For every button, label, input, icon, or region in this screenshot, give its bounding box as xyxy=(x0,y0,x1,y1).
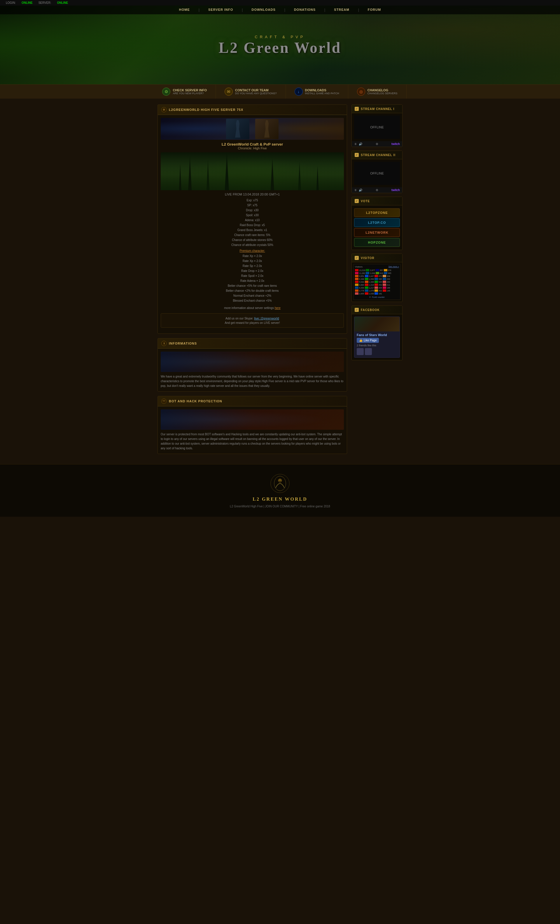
nav-forum[interactable]: FORUM xyxy=(368,8,381,12)
rate-spoil: Spoil: x30 xyxy=(161,213,344,218)
more-info-link[interactable]: here xyxy=(275,306,281,309)
stream-2-title: STREAM CHANNEL II xyxy=(361,153,395,157)
stream-2-player: OFFLINE xyxy=(354,162,400,185)
rates-list: Exp: x75 SP: x75 Drop: x30 Spoil: x30 Ad… xyxy=(161,198,344,248)
twitch-logo-2: twitch xyxy=(391,189,400,192)
site-header: HOME | SERVER INFO | DOWNLOADS | DONATIO… xyxy=(0,6,560,84)
stream-1-title: STREAM CHANNEL I xyxy=(361,107,394,111)
stream-1-controls[interactable]: ⏸ 🔊 ⚙ twitch xyxy=(352,141,402,147)
server-info-section: ⚙ L2GREENWORLD HIGH FIVE SERVER 75X xyxy=(157,105,347,334)
login-status: ONLINE xyxy=(22,1,33,4)
vote-title: VOTE xyxy=(361,200,370,203)
server-status: ONLINE xyxy=(57,1,68,4)
main-nav: HOME | SERVER INFO | DOWNLOADS | DONATIO… xyxy=(0,6,560,14)
footer-site-name: L2 GREEN WORLD xyxy=(6,496,554,502)
flag-counter-label: 🏳 FLAG counter xyxy=(369,296,385,298)
landscape-image xyxy=(161,152,344,190)
more-info-text: more information about server settings h… xyxy=(161,306,344,310)
header-logo: CRAFT & PVP L2 Green World xyxy=(0,38,560,56)
server-section-title: L2GREENWORLD HIGH FIVE SERVER 75X xyxy=(169,108,243,111)
main-content: ⚙ L2GREENWORLD HIGH FIVE SERVER 75X xyxy=(154,105,406,458)
rate-craft: Chance craft rare items: 5% xyxy=(161,232,344,237)
site-footer: L2 GREEN WORLD L2 GreenWorld High Five |… xyxy=(0,464,560,517)
server-info-icon: ⚙ xyxy=(162,87,170,96)
top-bar: LOGIN: ONLINE SERVER: ONLINE xyxy=(0,0,560,6)
fb-widget: Fans of Stars World 👍 Like Page 2 friend… xyxy=(354,316,400,358)
vote-section: ✓ VOTE L2TOPZONE L2TOP.CO L2NETWORK HOPZ… xyxy=(352,196,403,250)
quick-link-text-3: DOWNLOADS INSTALL GAME AND PATCH xyxy=(305,88,339,95)
vote-header: ✓ VOTE xyxy=(352,197,402,206)
premium-rates: Rate Xp × 2.0x Rate Xp × 2.0x Rate Sp × … xyxy=(161,254,344,303)
info-banner-image xyxy=(161,352,344,372)
footer-tagline: L2 GreenWorld High Five | JOIN OUR COMMU… xyxy=(6,505,554,508)
quick-link-downloads[interactable]: ↓ DOWNLOADS INSTALL GAME AND PATCH xyxy=(286,85,348,99)
vote-l2network[interactable]: L2NETWORK xyxy=(354,228,400,237)
facebook-title: FACEBOOK xyxy=(361,308,380,312)
nav-downloads[interactable]: DOWNLOADS xyxy=(252,8,276,12)
visitor-body: Visitors See more » 13,219 2,877 957 376… xyxy=(352,262,402,302)
vote-hopzone[interactable]: HOPZONE xyxy=(354,238,400,247)
server-label: SERVER: xyxy=(39,1,51,4)
settings-icon-1[interactable]: ⚙ xyxy=(376,142,378,146)
stream-2-controls[interactable]: ⏸ 🔊 ⚙ twitch xyxy=(352,187,402,193)
downloads-icon: ↓ xyxy=(295,87,303,96)
check-icon-vote: ✓ xyxy=(355,199,359,203)
visitor-stats: Visitors See more » 13,219 2,877 957 376… xyxy=(353,264,400,300)
skype-box: Add us on our Skype: live:.l2greenworld … xyxy=(161,314,344,328)
fb-like-button[interactable]: 👍 Like Page xyxy=(357,338,379,343)
vote-l2top[interactable]: L2TOP.CO xyxy=(354,218,400,227)
vote-l2topzone[interactable]: L2TOPZONE xyxy=(354,208,400,217)
quick-link-changelog[interactable]: ◎ CHANGELOG CHANGELOG SERVERS xyxy=(348,85,407,99)
settings-icon-2[interactable]: ⚙ xyxy=(376,189,378,192)
server-banner xyxy=(161,118,344,140)
play-icon-2[interactable]: ⏸ xyxy=(354,189,357,192)
fb-thumbs-icon: 👍 xyxy=(359,339,362,342)
volume-icon-1[interactable]: 🔊 xyxy=(359,142,362,146)
stream-2-status: OFFLINE xyxy=(370,171,383,175)
server-info-body: L2 GreenWorld Craft & PvP server Chronic… xyxy=(158,115,347,333)
login-label: LOGIN: xyxy=(6,1,16,4)
fb-friends-count: 2 friends like this xyxy=(357,344,397,347)
check-icon-fb: ✓ xyxy=(355,308,359,312)
quick-link-text-4: CHANGELOG CHANGELOG SERVERS xyxy=(367,88,398,95)
rate-attr-stones: Chance of attribute stones 60% xyxy=(161,237,344,243)
skype-label: Add us on our Skype: live:.l2greenworld xyxy=(164,316,341,320)
fb-avatar-2 xyxy=(365,348,372,355)
fb-avatar-1 xyxy=(357,348,364,355)
informations-text: We have a great and extremely trustworth… xyxy=(161,374,344,388)
shield-icon: 🛡 xyxy=(161,399,166,404)
vote-buttons: L2TOPZONE L2TOP.CO L2NETWORK HOPZONE xyxy=(352,206,402,250)
see-more-link[interactable]: See more » xyxy=(388,266,399,268)
bot-protection-text: Our server is protected from most BOT so… xyxy=(161,432,344,451)
volume-icon-2[interactable]: 🔊 xyxy=(359,189,362,192)
stream-1-ctrl-left: ⏸ 🔊 xyxy=(354,142,362,146)
nav-donations[interactable]: DONATIONS xyxy=(294,8,316,12)
rate-grand-boss: Grand Boss Jewels: x1 xyxy=(161,228,344,232)
quick-link-contact[interactable]: ✉ CONTACT OUR TEAM DO YOU HAVE ANY QUEST… xyxy=(216,85,286,99)
stream-1-status: OFFLINE xyxy=(370,126,383,129)
check-icon-visitor: ✓ xyxy=(355,256,359,260)
play-icon-1[interactable]: ⏸ xyxy=(354,142,357,146)
stream-channel-2: ✓ STREAM CHANNEL II OFFLINE ⏸ 🔊 ⚙ twitch xyxy=(352,150,403,193)
nav-serverinfo[interactable]: SERVER INFO xyxy=(208,8,233,12)
stream-2-header: ✓ STREAM CHANNEL II xyxy=(352,151,402,159)
rate-adena: Adena: x10 xyxy=(161,218,344,223)
skype-link[interactable]: live:.l2greenworld xyxy=(254,316,279,320)
facebook-header: ✓ FACEBOOK xyxy=(352,306,402,314)
check-icon-1: ✓ xyxy=(355,107,359,111)
craft-pvp-label: CRAFT & PVP xyxy=(0,35,560,39)
stream-channel-1: ✓ STREAM CHANNEL I OFFLINE ⏸ 🔊 ⚙ twitch xyxy=(352,105,403,147)
rate-raid-boss: Raid Boss Drop: x5 xyxy=(161,223,344,228)
stream-1-header: ✓ STREAM CHANNEL I xyxy=(352,105,402,113)
rate-sp: SP: x75 xyxy=(161,203,344,208)
facebook-section: ✓ FACEBOOK Fans of Stars World 👍 Like Pa… xyxy=(352,306,403,360)
nav-home[interactable]: HOME xyxy=(179,8,190,12)
bot-protection-header: 🛡 BOT AND HACK PROTECTION xyxy=(158,396,347,406)
quick-link-server-info[interactable]: ⚙ CHECK SERVER INFO ARE YOU NEW PLAYER? xyxy=(153,85,216,99)
live-text: LIVE FROM 13.04.2018 20:00 GMT+1 xyxy=(161,192,344,196)
nav-stream[interactable]: STREAM xyxy=(334,8,349,12)
twitch-logo-1: twitch xyxy=(391,142,400,146)
bot-protection-section: 🛡 BOT AND HACK PROTECTION Our server is … xyxy=(157,396,347,454)
stream-1-player: OFFLINE xyxy=(354,116,400,139)
premium-header: Premium character: xyxy=(161,249,344,252)
